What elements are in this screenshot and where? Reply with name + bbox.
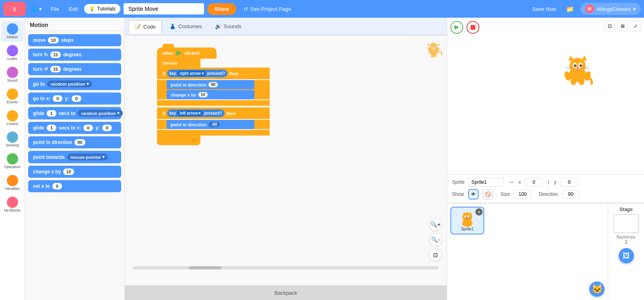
inner-point-direction-1[interactable]: point in direction 90 xyxy=(167,80,254,89)
category-sound[interactable]: Sound xyxy=(1,64,24,85)
category-myblocks[interactable]: My Blocks xyxy=(1,194,24,215)
block-turn-cw[interactable]: turn ↻ 15 degrees xyxy=(28,49,121,61)
change-x-inner-label-1: change x by xyxy=(171,92,196,97)
stage-fullscreen-btn[interactable]: ⤢ xyxy=(630,21,641,31)
block-move-steps[interactable]: move 10 steps xyxy=(28,34,121,46)
forever-end-block: ↺ xyxy=(157,136,200,145)
green-flag-btn[interactable] xyxy=(450,21,463,34)
tab-sounds[interactable]: 🔊 Sounds xyxy=(209,20,247,33)
goto-y-value[interactable]: 0 xyxy=(72,95,81,102)
category-variables[interactable]: Variables xyxy=(1,173,24,193)
show-hidden-btn[interactable]: 🚫 xyxy=(483,189,493,199)
left-arrow-dropdown[interactable]: left arrow ▾ xyxy=(177,110,203,116)
sprite-thumb-sprite1[interactable]: ✕ Sprite1 xyxy=(450,207,484,234)
save-now-btn[interactable]: Save Now xyxy=(529,4,559,14)
category-events[interactable]: Events xyxy=(1,86,24,107)
category-sensing[interactable]: Sensing xyxy=(1,129,24,150)
if-body-1: point in direction 90 change x by 10 xyxy=(157,80,270,99)
glide2-value[interactable]: 1 xyxy=(47,125,56,131)
block-set-x[interactable]: set x to 0 xyxy=(28,180,121,192)
if2-then-label: then xyxy=(226,111,235,116)
turn-ccw-label: turn ↺ xyxy=(33,66,48,72)
file-menu[interactable]: File xyxy=(47,4,62,14)
block-change-x[interactable]: change x by 10 xyxy=(28,166,121,178)
point-towards-dropdown[interactable]: mouse-pointer ▾ xyxy=(67,154,108,160)
blocks-list: move 10 steps turn ↻ 15 degrees turn ↺ 1… xyxy=(25,31,124,300)
stage-view-controls: ⊡ ⊞ ⤢ xyxy=(605,21,641,31)
x-coord-input[interactable] xyxy=(525,178,543,187)
inner-point-direction-2[interactable]: point in direction -90 xyxy=(167,120,254,129)
point-dir-inner-value-1[interactable]: 90 xyxy=(208,82,218,87)
project-name-input[interactable] xyxy=(124,3,204,14)
tab-code[interactable]: 📝 Code xyxy=(128,20,162,34)
turn-cw-value[interactable]: 15 xyxy=(50,51,61,58)
goto-x-value[interactable]: 0 xyxy=(53,95,62,102)
category-operators[interactable]: Operators xyxy=(1,151,24,172)
point-dir-inner-label-1: point in direction xyxy=(171,82,206,87)
language-selector[interactable]: 🌐 ▾ xyxy=(29,4,44,14)
point-dir-inner-value-2[interactable]: -90 xyxy=(208,122,220,127)
if-block-1[interactable]: if key right arrow ▾ pressed? then xyxy=(157,68,270,79)
block-turn-ccw[interactable]: turn ↺ 15 degrees xyxy=(28,63,121,75)
stage-normal-view-btn[interactable]: ⊡ xyxy=(605,21,615,31)
category-motion[interactable]: Motion xyxy=(1,21,24,42)
add-sprite-btn[interactable]: 🐱 xyxy=(589,282,605,297)
glide1-dropdown[interactable]: random position ▾ xyxy=(78,110,122,117)
block-goto-xy[interactable]: go to x: 0 y: 0 xyxy=(28,92,121,105)
category-control[interactable]: Control xyxy=(1,108,24,129)
change-x-value[interactable]: 10 xyxy=(63,168,74,175)
hat-block-when-clicked[interactable]: when clicked xyxy=(157,47,270,59)
big-view-icon: ⊞ xyxy=(621,23,625,29)
right-arrow-dropdown[interactable]: right arrow ▾ xyxy=(177,70,206,76)
categories-panel: Motion Looks Sound Events Control Sensin… xyxy=(0,18,25,300)
add-backdrop-btn[interactable]: 🖼 xyxy=(619,248,634,263)
sprite-name-input[interactable] xyxy=(469,178,504,187)
block-goto-random[interactable]: go to random position ▾ xyxy=(28,78,121,90)
change-x-inner-value-1[interactable]: 10 xyxy=(198,92,208,97)
tutorials-btn[interactable]: 💡 Tutorials xyxy=(84,4,120,14)
glide2-x[interactable]: 0 xyxy=(83,125,93,131)
forever-block[interactable]: forever xyxy=(157,59,200,68)
show-visible-btn[interactable]: 👁 xyxy=(468,189,479,199)
block-point-direction[interactable]: point in direction 90 xyxy=(28,136,121,148)
see-project-page-btn[interactable]: ↺ See Project Page xyxy=(239,4,295,14)
sprite-delete-btn[interactable]: ✕ xyxy=(475,208,483,216)
stop-btn[interactable] xyxy=(466,21,479,34)
goto-dropdown[interactable]: random position ▾ xyxy=(47,80,92,87)
glide1-secs: secs to xyxy=(59,111,75,116)
scratch-logo[interactable]: S xyxy=(3,2,26,16)
block-point-towards[interactable]: point towards mouse-pointer ▾ xyxy=(28,151,121,163)
share-button[interactable]: Share xyxy=(207,3,236,15)
tab-costumes[interactable]: 👗 Costumes xyxy=(164,20,208,33)
block-glide-random[interactable]: glide 1 secs to random position ▾ xyxy=(28,107,121,119)
zoom-reset-btn[interactable]: ⊡ xyxy=(429,249,442,261)
h-scrollbar[interactable] xyxy=(125,266,447,271)
script-canvas[interactable]: when clicked forever if key right arro xyxy=(125,35,447,286)
category-looks[interactable]: Looks xyxy=(1,43,24,64)
user-menu[interactable]: W WiingyClasses ▾ xyxy=(580,3,641,15)
stage-mini-thumb[interactable] xyxy=(613,214,639,233)
point-dir-value[interactable]: 90 xyxy=(74,139,85,146)
zoom-out-btn[interactable]: 🔍- xyxy=(429,233,442,246)
glide1-value[interactable]: 1 xyxy=(47,110,56,117)
turn-ccw-value[interactable]: 15 xyxy=(50,66,61,72)
y-coord-input[interactable] xyxy=(560,178,578,187)
inner-change-x-1[interactable]: change x by 10 xyxy=(167,90,254,99)
h-scrollbar-thumb[interactable] xyxy=(189,266,221,269)
svg-point-44 xyxy=(466,218,468,220)
svg-point-24 xyxy=(575,65,576,66)
stage-big-view-btn[interactable]: ⊞ xyxy=(617,21,628,31)
backpack-bar[interactable]: Backpack xyxy=(125,286,447,300)
folder-icon[interactable]: 📁 xyxy=(563,4,577,14)
goto-dropdown-arrow: ▾ xyxy=(87,81,89,86)
goto-label: go to xyxy=(33,81,45,87)
glide2-y[interactable]: 0 xyxy=(102,125,112,131)
size-input[interactable] xyxy=(514,190,531,199)
set-x-value[interactable]: 0 xyxy=(52,183,62,189)
edit-menu[interactable]: Edit xyxy=(66,4,81,14)
zoom-in-btn[interactable]: 🔍+ xyxy=(429,218,442,231)
if-block-2[interactable]: if key left arrow ▾ pressed? then xyxy=(157,107,270,119)
move-value[interactable]: 10 xyxy=(48,37,58,43)
direction-input[interactable] xyxy=(562,190,580,199)
block-glide-xy[interactable]: glide 1 secs to x: 0 y: 0 xyxy=(28,122,121,134)
